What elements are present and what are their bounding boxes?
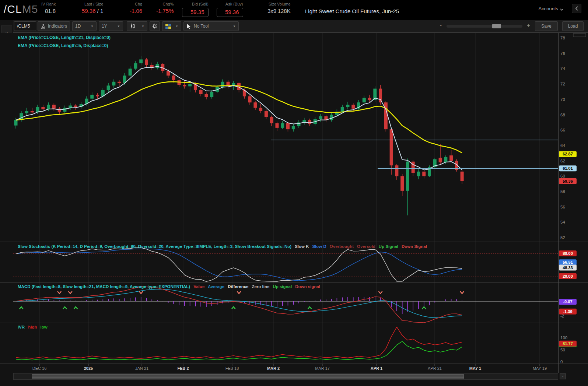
svg-text:MAR 17: MAR 17 [315,366,330,371]
svg-text:JAN 21: JAN 21 [135,366,148,371]
ivr-legend: IVRhighlow [18,325,51,329]
svg-text:78: 78 [560,36,565,40]
svg-text:62.87: 62.87 [563,152,573,156]
ivr-legend-item: low [40,325,47,329]
macd-legend-item: Value [193,284,204,289]
svg-text:60: 60 [560,174,565,178]
svg-text:64: 64 [560,143,565,148]
svg-text:68: 68 [560,113,565,117]
svg-text:56.51: 56.51 [563,260,573,264]
macd-legend-item: Difference [228,284,248,289]
svg-text:100: 100 [560,336,567,340]
svg-text:APR 1: APR 1 [371,366,382,371]
macd-legend-item: Down signal [295,284,320,289]
ivr-legend-item: high [28,325,37,329]
chart-area[interactable]: DEC 162025JAN 21FEB 2FEB 18MAR 2MAR 17AP… [0,33,588,386]
stoch-legend-item: Up Signal [379,244,398,249]
macd-legend: MACD (Fast length=8, Slow length=21, MAC… [18,284,323,289]
svg-text:58: 58 [560,189,565,194]
svg-text:76: 76 [560,51,565,56]
svg-text:81.77: 81.77 [563,341,573,346]
svg-text:MAR 2: MAR 2 [267,366,280,371]
stoch-legend-item: Slow Stochastic (K Period=14, D Period=9… [18,244,291,249]
stoch-legend-item: Overbought [330,244,354,249]
svg-text:70: 70 [560,97,565,102]
ivr-legend-item: IVR [18,325,25,329]
svg-text:20.00: 20.00 [563,274,573,278]
svg-text:54: 54 [560,220,565,224]
svg-text:DEC 16: DEC 16 [32,366,47,371]
chart-canvas: DEC 162025JAN 21FEB 2FEB 18MAR 2MAR 17AP… [0,0,588,386]
svg-text:-1.39: -1.39 [563,309,572,314]
svg-text:FEB 2: FEB 2 [177,366,189,371]
scrollbar-thumb[interactable] [32,374,464,379]
svg-text:62: 62 [560,159,565,163]
ema-overlay-label: EMA (Price=CLOSE, Length=5, Displace=0) [18,43,111,49]
svg-text:74: 74 [560,66,565,71]
trading-platform-window: /CLM5 IV Rank81.8Last / Size59.36 / 1Chg… [0,0,588,386]
stoch-legend-item: Oversold [357,244,375,249]
svg-text:50: 50 [560,348,565,352]
macd-legend-item: Up signal [273,284,292,289]
stoch-legend-item: Slow K [295,244,309,249]
svg-text:2025: 2025 [84,366,93,371]
ema-overlay-label: EMA (Price=CLOSE, Length=21, Displace=0) [18,35,111,41]
svg-text:48.33: 48.33 [563,266,573,270]
svg-text:APR 21: APR 21 [428,366,442,371]
svg-text:0: 0 [560,359,563,364]
svg-text:52: 52 [560,235,565,240]
macd-legend-item: Zero line [252,284,269,289]
svg-text:80.00: 80.00 [563,251,573,256]
svg-text:MAY 1: MAY 1 [469,366,481,371]
svg-text:MAY 19: MAY 19 [533,366,547,371]
svg-text:72: 72 [560,82,565,86]
svg-text:66: 66 [560,128,565,132]
stochastic-legend: Slow Stochastic (K Period=14, D Period=9… [18,244,430,249]
stoch-legend-item: Down Signal [402,244,427,249]
macd-legend-item: MACD (Fast length=8, Slow length=21, MAC… [18,284,190,289]
stoch-legend-item: Slow D [312,244,326,249]
svg-text:-0.07: -0.07 [563,299,572,304]
svg-text:FEB 18: FEB 18 [225,366,239,371]
svg-text:61.01: 61.01 [563,166,573,171]
horizontal-scrollbar[interactable] [13,373,558,380]
svg-text:56: 56 [560,205,565,209]
scrollbar-corner-button[interactable]: ▫ [560,373,566,379]
svg-text:59.36: 59.36 [563,179,573,183]
macd-legend-item: Average [208,284,224,289]
main-chart-legend: EMA (Price=CLOSE, Length=21, Displace=0)… [18,33,111,49]
